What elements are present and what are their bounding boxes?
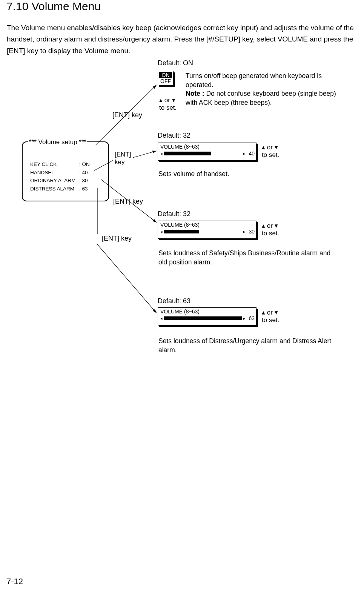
keyclick-toset: to set.: [159, 104, 177, 111]
row-distress-label: DISTRESS ALARM: [30, 185, 79, 193]
handset-bar-fill: [164, 152, 211, 155]
volume-setup-title: *** Volume setup ***: [28, 138, 87, 146]
tri-right-icon: ▸: [243, 229, 246, 234]
svg-line-5: [97, 244, 157, 313]
handset-toset: to set.: [262, 151, 279, 158]
handset-default: Default: 32: [158, 132, 190, 140]
keyclick-desc: Turns on/off beep generated when keyboar…: [186, 72, 322, 89]
row-keyclick-label: KEY CLICK: [30, 160, 79, 169]
ent-key-label-3: [ENT] key: [113, 198, 143, 206]
ordinary-popup: VOLUME (8~63) ◂ ▸ 30: [158, 221, 256, 239]
tri-right-icon: ▸: [243, 316, 246, 321]
page-number: 7-12: [6, 577, 23, 586]
row-ordinary-label: ORDINARY ALARM: [30, 177, 79, 185]
distress-vol-label: VOLUME (8~63): [160, 309, 255, 315]
ent-key-label-2a: [ENT]: [115, 151, 131, 158]
ent-key-label-4: [ENT] key: [102, 235, 132, 243]
keyclick-popup: ON OFF: [158, 71, 174, 85]
handset-desc: Sets volume of handset.: [158, 170, 229, 179]
ordinary-toset: to set.: [262, 230, 279, 237]
ordinary-default: Default: 32: [158, 210, 190, 218]
ordinary-value: 30: [247, 229, 255, 235]
volume-setup-rows: KEY CLICK: ON HANDSET: 40 ORDINARY ALARM…: [30, 160, 90, 193]
handset-popup: VOLUME (8~63) ◂ ▸ 40: [158, 143, 256, 161]
distress-value: 63: [247, 315, 255, 321]
intro-paragraph: The Volume menu enables/disables key bee…: [7, 22, 354, 57]
section-heading: 7.10 Volume Menu: [6, 0, 101, 13]
ent-key-label-1: [ENT] key: [112, 111, 142, 119]
row-handset-value: : 40: [79, 170, 88, 175]
ordinary-bar: [164, 230, 242, 233]
distress-bar: [164, 316, 242, 320]
distress-desc: Sets loudness of Distress/Urgency alarm …: [158, 337, 336, 355]
row-ordinary-value: : 30: [79, 178, 88, 183]
handset-bar: [164, 152, 242, 155]
keyclick-default: Default: ON: [158, 59, 193, 67]
handset-vol-label: VOLUME (8~63): [160, 144, 255, 150]
ent-key-label-2b: key: [115, 158, 124, 166]
tri-left-icon: ◂: [160, 229, 163, 234]
svg-line-2: [133, 151, 157, 158]
tri-left-icon: ◂: [160, 151, 163, 156]
handset-or: ▴ or ▾: [262, 144, 278, 151]
distress-default: Default: 63: [158, 297, 190, 305]
ordinary-desc: Sets loudness of Safety/Ships Business/R…: [158, 249, 336, 267]
tri-right-icon: ▸: [243, 151, 246, 156]
row-distress-value: : 63: [79, 186, 88, 192]
handset-value: 40: [247, 150, 255, 157]
distress-popup: VOLUME (8~63) ◂ ▸ 63: [158, 307, 256, 325]
ordinary-bar-fill: [164, 230, 199, 233]
keyclick-on: ON: [159, 72, 172, 78]
distress-or: ▴ or ▾: [262, 309, 278, 316]
keyclick-note-body: Do not confuse keyboard beep (single bee…: [186, 90, 336, 106]
ordinary-or: ▴ or ▾: [262, 222, 278, 229]
row-keyclick-value: : ON: [79, 161, 90, 167]
keyclick-note-label: Note :: [186, 90, 204, 97]
tri-left-icon: ◂: [160, 316, 163, 321]
keyclick-off: OFF: [158, 78, 173, 84]
ordinary-vol-label: VOLUME (8~63): [160, 222, 255, 228]
distress-toset: to set.: [262, 316, 279, 324]
keyclick-or: ▴ or ▾: [159, 97, 175, 104]
row-handset-label: HANDSET: [30, 169, 79, 177]
distress-bar-fill: [164, 316, 242, 320]
